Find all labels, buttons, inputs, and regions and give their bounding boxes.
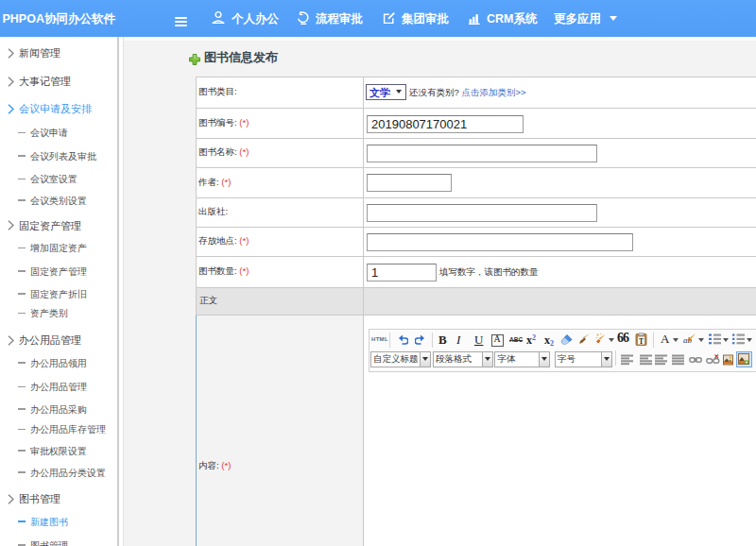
svg-text:T: T: [639, 337, 644, 346]
